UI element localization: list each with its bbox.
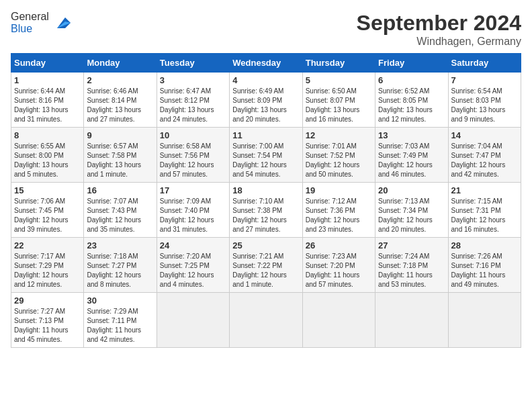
day-info: Sunrise: 7:03 AM Sunset: 7:49 PM Dayligh…: [378, 142, 445, 179]
calendar-cell: 4 Sunrise: 6:49 AM Sunset: 8:09 PM Dayli…: [230, 73, 302, 128]
header-monday: Monday: [84, 54, 157, 73]
header-sunday: Sunday: [11, 54, 84, 73]
calendar-week-row: 1 Sunrise: 6:44 AM Sunset: 8:16 PM Dayli…: [11, 73, 521, 128]
calendar-cell: 16 Sunrise: 7:07 AM Sunset: 7:43 PM Dayl…: [84, 183, 157, 238]
day-number: 4: [232, 75, 299, 85]
header-tuesday: Tuesday: [157, 54, 229, 73]
logo-icon: [52, 12, 73, 34]
calendar-cell: 7 Sunrise: 6:54 AM Sunset: 8:03 PM Dayli…: [448, 73, 521, 128]
day-number: 22: [14, 240, 81, 250]
calendar-cell: 22 Sunrise: 7:17 AM Sunset: 7:29 PM Dayl…: [11, 238, 84, 293]
day-info: Sunrise: 7:06 AM Sunset: 7:45 PM Dayligh…: [14, 197, 81, 234]
day-number: 12: [306, 130, 372, 140]
location: Windhagen, Germany: [357, 36, 521, 48]
day-info: Sunrise: 6:44 AM Sunset: 8:16 PM Dayligh…: [14, 87, 81, 124]
calendar-cell: 28 Sunrise: 7:26 AM Sunset: 7:16 PM Dayl…: [448, 238, 521, 293]
calendar-cell: 18 Sunrise: 7:10 AM Sunset: 7:38 PM Dayl…: [230, 183, 302, 238]
logo: General Blue: [11, 11, 73, 35]
day-number: 26: [306, 240, 372, 250]
calendar-cell: 12 Sunrise: 7:01 AM Sunset: 7:52 PM Dayl…: [302, 128, 375, 183]
header-saturday: Saturday: [448, 54, 521, 73]
day-number: 23: [87, 240, 153, 250]
calendar-cell: 13 Sunrise: 7:03 AM Sunset: 7:49 PM Dayl…: [375, 128, 448, 183]
day-info: Sunrise: 7:26 AM Sunset: 7:16 PM Dayligh…: [451, 252, 518, 289]
day-number: 8: [14, 130, 81, 140]
calendar-table: Sunday Monday Tuesday Wednesday Thursday…: [11, 53, 521, 348]
calendar-cell: 5 Sunrise: 6:50 AM Sunset: 8:07 PM Dayli…: [302, 73, 375, 128]
calendar-cell: 23 Sunrise: 7:18 AM Sunset: 7:27 PM Dayl…: [84, 238, 157, 293]
day-info: Sunrise: 7:04 AM Sunset: 7:47 PM Dayligh…: [451, 142, 518, 179]
day-info: Sunrise: 7:09 AM Sunset: 7:40 PM Dayligh…: [160, 197, 226, 234]
day-number: 18: [232, 185, 299, 195]
calendar-cell: [448, 293, 521, 348]
calendar-cell: 25 Sunrise: 7:21 AM Sunset: 7:22 PM Dayl…: [230, 238, 302, 293]
calendar-header-row: Sunday Monday Tuesday Wednesday Thursday…: [11, 54, 521, 73]
calendar-cell: 29 Sunrise: 7:27 AM Sunset: 7:13 PM Dayl…: [11, 293, 84, 348]
day-info: Sunrise: 6:52 AM Sunset: 8:05 PM Dayligh…: [378, 87, 445, 124]
day-number: 16: [87, 185, 153, 195]
day-number: 14: [451, 130, 518, 140]
day-info: Sunrise: 7:24 AM Sunset: 7:18 PM Dayligh…: [378, 252, 445, 289]
day-info: Sunrise: 7:12 AM Sunset: 7:36 PM Dayligh…: [306, 197, 372, 234]
day-info: Sunrise: 7:10 AM Sunset: 7:38 PM Dayligh…: [232, 197, 299, 234]
header-thursday: Thursday: [302, 54, 375, 73]
day-number: 25: [232, 240, 299, 250]
day-info: Sunrise: 6:47 AM Sunset: 8:12 PM Dayligh…: [160, 87, 226, 124]
header-friday: Friday: [375, 54, 448, 73]
day-number: 6: [378, 75, 445, 85]
day-number: 21: [451, 185, 518, 195]
day-number: 28: [451, 240, 518, 250]
calendar-cell: 27 Sunrise: 7:24 AM Sunset: 7:18 PM Dayl…: [375, 238, 448, 293]
calendar-week-row: 8 Sunrise: 6:55 AM Sunset: 8:00 PM Dayli…: [11, 128, 521, 183]
day-info: Sunrise: 7:20 AM Sunset: 7:25 PM Dayligh…: [160, 252, 226, 289]
day-number: 2: [87, 75, 153, 85]
day-info: Sunrise: 7:27 AM Sunset: 7:13 PM Dayligh…: [14, 307, 81, 345]
day-info: Sunrise: 6:50 AM Sunset: 8:07 PM Dayligh…: [306, 87, 372, 124]
day-number: 30: [87, 295, 153, 306]
calendar-cell: 26 Sunrise: 7:23 AM Sunset: 7:20 PM Dayl…: [302, 238, 375, 293]
day-info: Sunrise: 6:54 AM Sunset: 8:03 PM Dayligh…: [451, 87, 518, 124]
calendar-cell: 24 Sunrise: 7:20 AM Sunset: 7:25 PM Dayl…: [157, 238, 229, 293]
title-block: September 2024 Windhagen, Germany: [357, 11, 521, 48]
day-info: Sunrise: 7:07 AM Sunset: 7:43 PM Dayligh…: [87, 197, 153, 234]
calendar-cell: 9 Sunrise: 6:57 AM Sunset: 7:58 PM Dayli…: [84, 128, 157, 183]
month-title: September 2024: [357, 11, 521, 36]
day-number: 19: [306, 185, 372, 195]
calendar-cell: 10 Sunrise: 6:58 AM Sunset: 7:56 PM Dayl…: [157, 128, 229, 183]
day-info: Sunrise: 7:15 AM Sunset: 7:31 PM Dayligh…: [451, 197, 518, 234]
day-info: Sunrise: 7:01 AM Sunset: 7:52 PM Dayligh…: [306, 142, 372, 179]
day-number: 11: [232, 130, 299, 140]
day-number: 9: [87, 130, 153, 140]
day-number: 5: [306, 75, 372, 85]
day-number: 13: [378, 130, 445, 140]
calendar-cell: 21 Sunrise: 7:15 AM Sunset: 7:31 PM Dayl…: [448, 183, 521, 238]
calendar-cell: 19 Sunrise: 7:12 AM Sunset: 7:36 PM Dayl…: [302, 183, 375, 238]
day-info: Sunrise: 7:29 AM Sunset: 7:11 PM Dayligh…: [87, 307, 153, 345]
day-info: Sunrise: 7:17 AM Sunset: 7:29 PM Dayligh…: [14, 252, 81, 289]
day-info: Sunrise: 6:46 AM Sunset: 8:14 PM Dayligh…: [87, 87, 153, 124]
calendar-cell: 15 Sunrise: 7:06 AM Sunset: 7:45 PM Dayl…: [11, 183, 84, 238]
day-number: 3: [160, 75, 226, 85]
day-info: Sunrise: 6:49 AM Sunset: 8:09 PM Dayligh…: [232, 87, 299, 124]
calendar-cell: [230, 293, 302, 348]
day-info: Sunrise: 7:23 AM Sunset: 7:20 PM Dayligh…: [306, 252, 372, 289]
calendar-cell: 11 Sunrise: 7:00 AM Sunset: 7:54 PM Dayl…: [230, 128, 302, 183]
logo-general-text: General: [11, 11, 49, 22]
day-info: Sunrise: 7:21 AM Sunset: 7:22 PM Dayligh…: [232, 252, 299, 289]
day-number: 17: [160, 185, 226, 195]
logo-blue-text: Blue: [11, 23, 32, 34]
calendar-cell: 1 Sunrise: 6:44 AM Sunset: 8:16 PM Dayli…: [11, 73, 84, 128]
calendar-week-row: 15 Sunrise: 7:06 AM Sunset: 7:45 PM Dayl…: [11, 183, 521, 238]
day-info: Sunrise: 7:00 AM Sunset: 7:54 PM Dayligh…: [232, 142, 299, 179]
day-number: 15: [14, 185, 81, 195]
day-info: Sunrise: 6:58 AM Sunset: 7:56 PM Dayligh…: [160, 142, 226, 179]
calendar-cell: [375, 293, 448, 348]
calendar-cell: 6 Sunrise: 6:52 AM Sunset: 8:05 PM Dayli…: [375, 73, 448, 128]
calendar-cell: 17 Sunrise: 7:09 AM Sunset: 7:40 PM Dayl…: [157, 183, 229, 238]
day-info: Sunrise: 6:55 AM Sunset: 8:00 PM Dayligh…: [14, 142, 81, 179]
calendar-cell: 2 Sunrise: 6:46 AM Sunset: 8:14 PM Dayli…: [84, 73, 157, 128]
day-number: 27: [378, 240, 445, 250]
day-number: 24: [160, 240, 226, 250]
day-number: 1: [14, 75, 81, 85]
calendar-cell: [157, 293, 229, 348]
